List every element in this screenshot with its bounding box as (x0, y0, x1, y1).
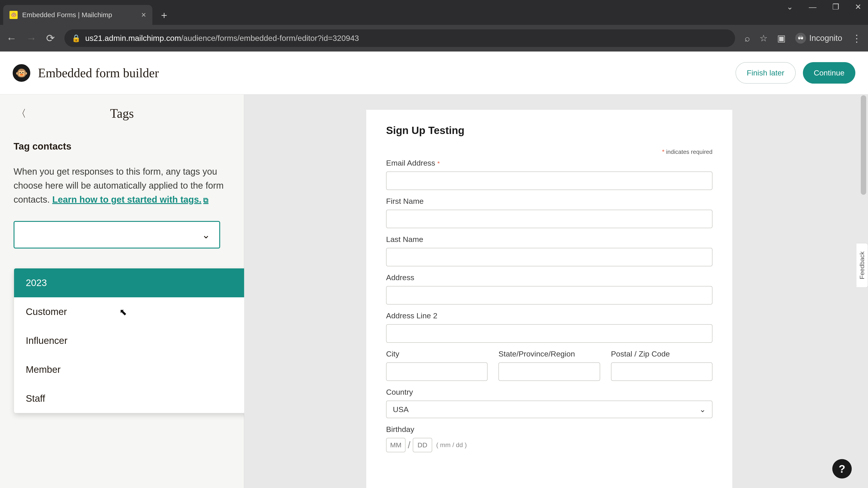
dropdown-item-member[interactable]: Member (14, 355, 260, 384)
input-address[interactable] (386, 286, 712, 304)
tab-list-icon[interactable]: ⌄ (786, 2, 793, 11)
bookmark-icon[interactable]: ☆ (760, 33, 768, 43)
required-note: * indicates required (386, 148, 712, 156)
dropdown-item-2023[interactable]: 2023 (14, 268, 260, 297)
reload-icon[interactable]: ⟳ (46, 32, 55, 44)
browser-tab[interactable]: 🐵 Embedded Forms | Mailchimp × (3, 5, 152, 25)
dropdown-item-staff[interactable]: Staff (14, 384, 260, 413)
label-birthday: Birthday (386, 425, 712, 434)
label-postal: Postal / Zip Code (611, 350, 712, 358)
new-tab-button[interactable]: ＋ (159, 8, 169, 22)
back-icon[interactable]: ← (6, 32, 17, 44)
tags-select[interactable]: ⌄ (13, 221, 220, 249)
tag-contacts-heading: Tag contacts (13, 141, 230, 152)
label-first-name: First Name (386, 197, 712, 205)
chevron-down-icon: ⌄ (700, 405, 706, 414)
address-bar[interactable]: 🔒 us21.admin.mailchimp.com/audience/form… (64, 29, 735, 47)
tag-contacts-description: When you get responses to this form, any… (13, 164, 230, 206)
form-title: Sign Up Testing (386, 124, 712, 136)
incognito-icon: 🕶 (795, 33, 806, 43)
help-button[interactable]: ? (832, 459, 852, 479)
label-city: City (386, 350, 488, 358)
extensions-icon[interactable]: ▣ (777, 33, 786, 43)
sidebar-back-icon[interactable]: 〈 (16, 107, 26, 120)
profile-pill[interactable]: 🕶 Incognito (795, 33, 842, 43)
dropdown-item-customer[interactable]: Customer (14, 297, 260, 326)
birthday-slash: / (408, 440, 410, 451)
birthday-hint: ( mm / dd ) (436, 442, 467, 449)
lock-icon: 🔒 (72, 34, 81, 42)
input-email[interactable] (386, 171, 712, 190)
continue-button[interactable]: Continue (803, 62, 855, 84)
tab-title: Embedded Forms | Mailchimp (22, 11, 137, 19)
form-preview: Sign Up Testing * indicates required Ema… (366, 110, 733, 488)
url-text: us21.admin.mailchimp.com/audience/forms/… (85, 34, 359, 43)
external-link-icon: ⧉ (203, 196, 209, 204)
input-birthday-mm[interactable] (386, 438, 405, 452)
browser-menu-icon[interactable]: ⋮ (852, 33, 862, 44)
select-country-value: USA (393, 405, 409, 414)
scrollbar-thumb[interactable] (861, 95, 866, 195)
sidebar-title: Tags (110, 106, 134, 121)
input-first-name[interactable] (386, 210, 712, 228)
label-state: State/Province/Region (498, 350, 600, 358)
input-postal[interactable] (611, 362, 712, 381)
maximize-icon[interactable]: ❐ (832, 2, 839, 11)
input-last-name[interactable] (386, 248, 712, 266)
dropdown-item-influencer[interactable]: Influencer (14, 326, 260, 355)
mailchimp-logo-icon: 🐵 (13, 64, 30, 82)
minimize-icon[interactable]: ― (809, 2, 816, 11)
label-address: Address (386, 273, 712, 282)
finish-later-button[interactable]: Finish later (736, 62, 796, 84)
select-country[interactable]: USA ⌄ (386, 400, 712, 418)
chevron-down-icon: ⌄ (202, 229, 210, 240)
input-birthday-dd[interactable] (413, 438, 432, 452)
close-window-icon[interactable]: ✕ (855, 2, 861, 11)
input-city[interactable] (386, 362, 488, 381)
label-country: Country (386, 388, 712, 396)
tab-close-icon[interactable]: × (141, 11, 146, 19)
page-title: Embedded form builder (38, 66, 159, 80)
input-address2[interactable] (386, 324, 712, 343)
label-email: Email Address * (386, 159, 712, 167)
favicon-icon: 🐵 (9, 11, 18, 19)
label-last-name: Last Name (386, 235, 712, 244)
incognito-label: Incognito (809, 33, 842, 43)
forward-icon[interactable]: → (26, 32, 37, 44)
label-address2: Address Line 2 (386, 311, 712, 320)
learn-tags-link[interactable]: Learn how to get started with tags.⧉ (52, 195, 209, 204)
input-state[interactable] (498, 362, 600, 381)
search-icon[interactable]: ⌕ (745, 33, 750, 43)
tags-dropdown-panel: 2023 Customer Influencer Member Staff (14, 268, 260, 413)
feedback-tab[interactable]: Feedback (857, 243, 868, 288)
